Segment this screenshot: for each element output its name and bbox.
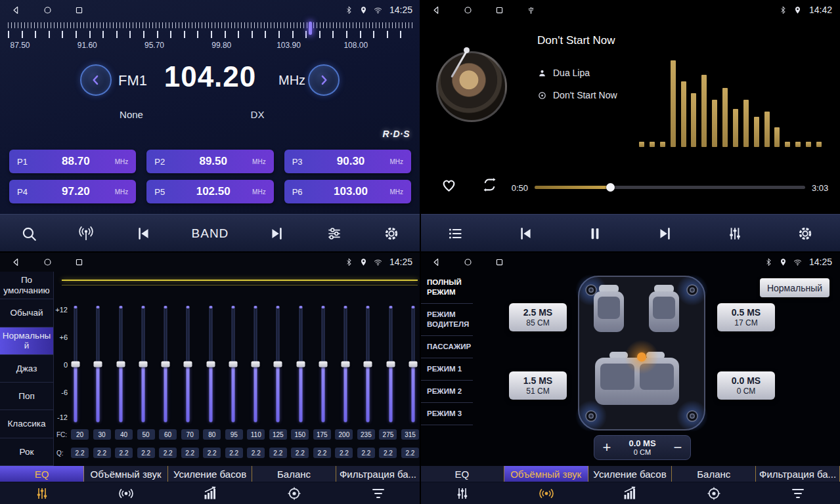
eq-band-slider-235[interactable] <box>363 306 372 423</box>
equalizer-button[interactable] <box>726 225 743 242</box>
preset-button-p4[interactable]: P497.20MHz <box>9 180 136 203</box>
bass-boost-icon[interactable] <box>588 482 673 504</box>
slider-handle[interactable] <box>184 362 192 368</box>
progress-thumb[interactable] <box>606 183 615 192</box>
eq-preset-item[interactable]: Обычай <box>0 299 53 327</box>
nav-back-button[interactable] <box>8 2 24 18</box>
preset-button-p3[interactable]: P390.30MHz <box>284 150 411 173</box>
normal-preset-button[interactable]: Нормальный <box>760 278 829 297</box>
preset-button-p1[interactable]: P188.70MHz <box>9 150 136 173</box>
sound-mode-item[interactable]: РЕЖИМ ВОДИТЕЛЯ <box>420 304 473 336</box>
eq-band-slider-60[interactable] <box>161 306 170 423</box>
nav-recents-button[interactable] <box>71 2 87 18</box>
progress-bar[interactable] <box>535 186 805 189</box>
nav-back-button[interactable] <box>428 254 444 270</box>
tab-filter[interactable]: Фильтрация ба... <box>756 466 840 482</box>
nav-home-button[interactable] <box>39 254 55 270</box>
slider-handle[interactable] <box>72 362 80 368</box>
eq-band-slider-275[interactable] <box>386 306 395 423</box>
next-track-button[interactable] <box>657 225 674 242</box>
rear-left-delay[interactable]: 1.5 MS 51 CM <box>509 371 567 400</box>
nav-recents-button[interactable] <box>491 2 507 18</box>
filter-icon[interactable] <box>336 482 420 504</box>
slider-handle[interactable] <box>162 362 170 368</box>
slider-handle[interactable] <box>386 362 395 368</box>
seek-down-button[interactable] <box>80 64 112 96</box>
sound-mode-item[interactable]: РЕЖИМ 2 <box>420 381 473 403</box>
eq-band-slider-30[interactable] <box>93 306 102 423</box>
tab-balance[interactable]: Баланс <box>252 466 336 482</box>
preset-button-p5[interactable]: P5102.50MHz <box>146 180 273 203</box>
tab-surround-sound[interactable]: Объёмный звук <box>84 466 168 482</box>
pause-button[interactable] <box>586 225 604 242</box>
tab-surround-sound[interactable]: Объёмный звук <box>504 466 588 482</box>
balance-icon[interactable] <box>672 482 756 504</box>
nav-home-button[interactable] <box>460 2 475 18</box>
slider-handle[interactable] <box>296 362 305 368</box>
nav-recents-button[interactable] <box>71 254 87 270</box>
settings-button[interactable] <box>797 225 814 242</box>
repeat-button[interactable] <box>481 176 498 194</box>
eq-preset-item[interactable]: Джаз <box>0 355 53 383</box>
balance-icon[interactable] <box>252 482 336 504</box>
settings-button[interactable] <box>383 225 400 242</box>
eq-sliders-icon[interactable] <box>0 482 84 504</box>
sound-mode-item[interactable]: РЕЖИМ 1 <box>420 358 473 381</box>
nav-home-button[interactable] <box>460 254 475 270</box>
increase-delay-button[interactable]: + <box>594 436 619 459</box>
eq-preset-item[interactable]: Рок <box>0 438 53 466</box>
slider-handle[interactable] <box>342 362 350 368</box>
nav-home-button[interactable] <box>39 2 55 18</box>
next-station-button[interactable] <box>269 225 286 242</box>
decrease-delay-button[interactable]: − <box>665 436 690 459</box>
front-left-delay[interactable]: 2.5 MS 85 CM <box>509 303 567 331</box>
slider-handle[interactable] <box>252 362 260 368</box>
eq-band-slider-175[interactable] <box>319 306 328 423</box>
tab-eq-sliders[interactable]: EQ <box>0 466 84 482</box>
slider-handle[interactable] <box>319 362 327 368</box>
favorite-button[interactable] <box>440 176 458 194</box>
seek-up-button[interactable] <box>308 64 340 96</box>
preset-button-p6[interactable]: P6103.00MHz <box>284 180 411 203</box>
slider-handle[interactable] <box>364 362 372 368</box>
slider-handle[interactable] <box>116 362 125 368</box>
slider-handle[interactable] <box>409 362 417 368</box>
slider-handle[interactable] <box>206 362 215 368</box>
scan-button[interactable] <box>20 225 37 242</box>
nav-back-button[interactable] <box>428 2 444 18</box>
slider-handle[interactable] <box>94 362 102 368</box>
previous-station-button[interactable] <box>135 225 152 242</box>
eq-band-slider-40[interactable] <box>116 306 125 423</box>
nav-recents-button[interactable] <box>491 254 507 270</box>
frequency-scale[interactable]: 87.5091.6095.7099.80103.90108.00 <box>8 22 412 54</box>
filter-icon[interactable] <box>756 482 840 504</box>
eq-preset-item[interactable]: Поп <box>0 383 53 410</box>
equalizer-button[interactable] <box>326 225 343 242</box>
slider-handle[interactable] <box>274 362 282 368</box>
playlist-button[interactable] <box>447 225 464 242</box>
eq-band-slider-70[interactable] <box>183 306 192 423</box>
tab-eq-sliders[interactable]: EQ <box>420 466 504 482</box>
rear-right-delay[interactable]: 0.0 MS 0 CM <box>717 371 775 400</box>
front-right-delay[interactable]: 0.5 MS 17 CM <box>717 303 775 331</box>
previous-track-button[interactable] <box>517 225 534 242</box>
tab-bass-boost[interactable]: Усиление басов <box>588 466 673 482</box>
eq-band-slider-110[interactable] <box>251 306 260 423</box>
eq-preset-item[interactable]: Нормальный <box>0 327 53 355</box>
tab-balance[interactable]: Баланс <box>672 466 756 482</box>
eq-band-slider-150[interactable] <box>296 306 305 423</box>
slider-handle[interactable] <box>229 362 237 368</box>
sound-mode-item[interactable]: ПОЛНЫЙ РЕЖИМ <box>420 272 473 304</box>
eq-band-slider-80[interactable] <box>206 306 215 423</box>
eq-band-slider-20[interactable] <box>71 306 80 423</box>
eq-band-slider-50[interactable] <box>139 306 148 423</box>
slider-handle[interactable] <box>139 362 147 368</box>
eq-preset-item[interactable]: По умолчанию <box>0 272 53 299</box>
eq-band-slider-315[interactable] <box>409 306 418 423</box>
eq-band-slider-95[interactable] <box>229 306 238 423</box>
tab-bass-boost[interactable]: Усиление басов <box>168 466 252 482</box>
sound-mode-item[interactable]: ПАССАЖИР <box>420 336 473 358</box>
sound-mode-item[interactable]: РЕЖИМ 3 <box>420 403 473 425</box>
nav-back-button[interactable] <box>8 254 24 270</box>
eq-sliders-icon[interactable] <box>420 482 504 504</box>
